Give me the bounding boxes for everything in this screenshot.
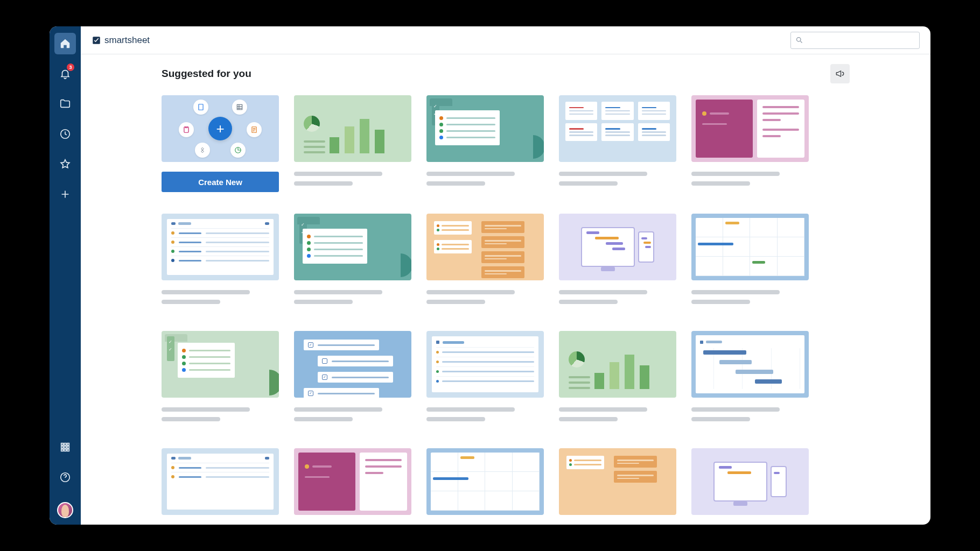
section-title: Suggested for you xyxy=(162,68,251,80)
template-card[interactable] xyxy=(691,331,809,427)
sidebar: 3 xyxy=(50,26,81,525)
section-header: Suggested for you xyxy=(162,64,850,83)
template-title-placeholder xyxy=(162,407,279,421)
template-card[interactable] xyxy=(691,214,809,309)
svg-rect-4 xyxy=(61,446,64,448)
user-avatar[interactable] xyxy=(57,502,73,518)
template-card[interactable] xyxy=(559,214,676,309)
template-card[interactable] xyxy=(162,448,279,515)
svg-rect-14 xyxy=(199,104,203,110)
svg-rect-7 xyxy=(61,449,64,451)
template-title-placeholder xyxy=(691,407,809,421)
template-card[interactable]: ✓✓ xyxy=(294,214,411,309)
template-title-placeholder xyxy=(162,290,279,304)
template-card[interactable] xyxy=(559,331,676,427)
search-field[interactable] xyxy=(807,36,915,44)
notification-badge: 3 xyxy=(67,63,74,71)
template-title-placeholder xyxy=(294,172,411,186)
template-card[interactable] xyxy=(162,214,279,309)
template-card[interactable] xyxy=(294,448,411,515)
svg-point-12 xyxy=(797,38,801,42)
svg-rect-2 xyxy=(64,443,66,446)
topbar: smartsheet xyxy=(81,26,930,54)
template-title-placeholder xyxy=(559,407,676,421)
brand-name: smartsheet xyxy=(104,35,150,46)
sheet-icon xyxy=(193,100,208,115)
template-card[interactable] xyxy=(426,214,544,309)
template-card[interactable] xyxy=(691,448,809,515)
template-card[interactable] xyxy=(559,448,676,515)
template-title-placeholder xyxy=(691,172,809,186)
template-card[interactable] xyxy=(426,331,544,427)
search-icon xyxy=(795,36,803,44)
template-card[interactable]: ✓✓ xyxy=(162,331,279,427)
nav-browse[interactable] xyxy=(54,93,76,115)
nav-create[interactable] xyxy=(54,183,76,205)
brand-logo[interactable]: smartsheet xyxy=(92,35,150,46)
dashboard-icon xyxy=(230,143,246,158)
smartsheet-mark-icon xyxy=(92,36,101,45)
template-card[interactable]: ✓ ✓ ✓ xyxy=(294,331,411,427)
report-icon xyxy=(179,122,194,137)
template-title-placeholder xyxy=(559,172,676,186)
search-input[interactable] xyxy=(790,32,920,49)
template-card[interactable]: ✓✓ xyxy=(426,95,544,192)
app-frame: 3 smartsheet xyxy=(50,26,930,525)
svg-rect-3 xyxy=(67,443,69,446)
svg-rect-8 xyxy=(64,449,66,451)
plus-icon: + xyxy=(208,117,232,140)
megaphone-icon xyxy=(835,69,845,79)
create-new-tile[interactable]: + Create New xyxy=(162,95,279,192)
svg-rect-9 xyxy=(67,449,69,451)
template-title-placeholder xyxy=(426,290,544,304)
content: Suggested for you + xyxy=(81,54,930,525)
svg-rect-5 xyxy=(64,446,66,448)
integration-icon xyxy=(195,143,210,158)
template-title-placeholder xyxy=(294,407,411,421)
grid-icon xyxy=(232,100,247,115)
template-title-placeholder xyxy=(691,290,809,304)
svg-rect-6 xyxy=(67,446,69,448)
template-title-placeholder xyxy=(294,290,411,304)
template-title-placeholder xyxy=(559,290,676,304)
create-new-button[interactable]: Create New xyxy=(162,172,279,192)
nav-apps[interactable] xyxy=(54,436,76,458)
templates-grid: + Create New ✓✓ xyxy=(162,95,850,515)
announcements-button[interactable] xyxy=(830,64,850,83)
template-card[interactable] xyxy=(691,95,809,192)
svg-rect-1 xyxy=(61,443,64,446)
template-title-placeholder xyxy=(426,407,544,421)
template-card[interactable] xyxy=(426,448,544,515)
nav-favorites[interactable] xyxy=(54,153,76,175)
nav-home[interactable] xyxy=(54,33,76,54)
template-card[interactable] xyxy=(559,95,676,192)
nav-help[interactable] xyxy=(54,467,76,488)
template-card[interactable] xyxy=(294,95,411,192)
nav-recent[interactable] xyxy=(54,123,76,145)
svg-rect-15 xyxy=(237,104,242,109)
template-title-placeholder xyxy=(426,172,544,186)
nav-notifications[interactable]: 3 xyxy=(54,63,76,84)
form-icon xyxy=(247,122,262,137)
main-area: smartsheet Suggested for you xyxy=(81,26,930,525)
